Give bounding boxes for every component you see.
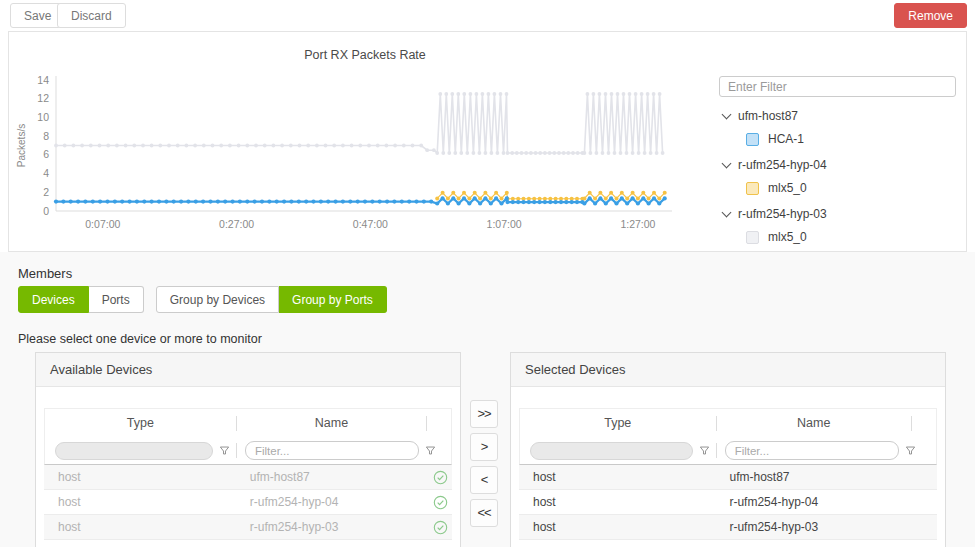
move-left-button[interactable]: < — [470, 466, 498, 494]
device-type-cell: host — [44, 520, 236, 534]
device-name-cell: r-ufm254-hyp-04 — [236, 495, 428, 509]
series-color-swatch[interactable] — [746, 231, 759, 244]
move-all-right-button[interactable]: >> — [470, 400, 498, 428]
filter-funnel-icon[interactable] — [905, 445, 916, 456]
transfer-buttons: >> > < << — [470, 400, 498, 532]
name-filter-input[interactable] — [725, 441, 899, 460]
svg-text:Packets/s: Packets/s — [16, 124, 27, 167]
selected-check-icon — [428, 520, 452, 535]
tree-group-host-1[interactable]: r-ufm254-hyp-04 — [719, 158, 956, 172]
table-row[interactable]: switchsw-hpc62 — [44, 540, 452, 547]
move-right-button[interactable]: > — [470, 433, 498, 461]
tree-leaf-port-0[interactable]: HCA-1 — [746, 132, 956, 146]
remove-button[interactable]: Remove — [894, 3, 967, 28]
svg-text:0:47:00: 0:47:00 — [353, 218, 388, 230]
selected-check-icon — [428, 470, 452, 485]
selected-table-header: Type Name — [519, 408, 937, 437]
svg-text:0:27:00: 0:27:00 — [219, 218, 254, 230]
svg-text:12: 12 — [37, 92, 49, 104]
port-rx-packets-rate-chart: 024681012140:07:000:27:000:47:001:07:001… — [15, 66, 717, 246]
device-name-cell: r-ufm254-hyp-03 — [236, 520, 428, 534]
device-type-cell: host — [519, 520, 715, 534]
svg-text:1:07:00: 1:07:00 — [487, 218, 522, 230]
tree-port-label: HCA-1 — [768, 132, 804, 146]
tree-filter-input[interactable] — [719, 76, 956, 97]
series-color-swatch[interactable] — [746, 182, 759, 195]
device-name-cell: r-ufm254-hyp-04 — [715, 495, 913, 509]
chevron-down-icon[interactable] — [722, 208, 732, 218]
table-row[interactable]: hostr-ufm254-hyp-03 — [519, 515, 937, 540]
svg-text:10: 10 — [37, 111, 49, 123]
tree-group-host-2[interactable]: r-ufm254-hyp-03 — [719, 207, 956, 221]
svg-text:8: 8 — [43, 130, 49, 142]
tree-host-label: r-ufm254-hyp-04 — [738, 158, 827, 172]
chevron-down-icon[interactable] — [722, 110, 732, 120]
available-table-header: Type Name — [44, 408, 452, 437]
series-tree-panel: ufm-host87 HCA-1 r-ufm254-hyp-04 mlx5_0 … — [719, 76, 956, 244]
chart-title: Port RX Packets Rate — [9, 48, 721, 62]
discard-button[interactable]: Discard — [57, 3, 126, 28]
svg-text:14: 14 — [37, 74, 49, 86]
device-type-cell: host — [44, 495, 236, 509]
move-all-left-button[interactable]: << — [470, 499, 498, 527]
selected-devices-panel: Selected Devices Type Name — [510, 352, 946, 547]
svg-text:0:07:00: 0:07:00 — [85, 218, 120, 230]
name-column-header[interactable]: Name — [237, 416, 426, 430]
selected-devices-title: Selected Devices — [511, 353, 945, 387]
table-row[interactable]: hostr-ufm254-hyp-03 — [44, 515, 452, 540]
tree-host-label: ufm-host87 — [738, 109, 798, 123]
tab-devices[interactable]: Devices — [18, 286, 89, 313]
tree-group-host-0[interactable]: ufm-host87 — [719, 109, 956, 123]
svg-text:6: 6 — [43, 148, 49, 160]
tree-host-label: r-ufm254-hyp-03 — [738, 207, 827, 221]
device-name-cell: ufm-host87 — [715, 470, 913, 484]
filter-funnel-icon[interactable] — [425, 445, 436, 456]
available-filter-row — [44, 437, 452, 465]
tab-ports[interactable]: Ports — [89, 286, 144, 313]
type-column-header[interactable]: Type — [45, 416, 236, 430]
svg-text:0: 0 — [43, 205, 49, 217]
selected-check-icon — [428, 495, 452, 510]
monitor-chart-panel: Port RX Packets Rate 024681012140:07:000… — [8, 31, 967, 252]
tree-leaf-port-1[interactable]: mlx5_0 — [746, 181, 956, 195]
table-row[interactable]: hostr-ufm254-hyp-04 — [44, 490, 452, 515]
tree-port-label: mlx5_0 — [768, 230, 807, 244]
table-row[interactable]: hostr-ufm254-hyp-04 — [519, 490, 937, 515]
tab-group-by-ports[interactable]: Group by Ports — [279, 286, 387, 313]
device-name-cell: ufm-host87 — [236, 470, 428, 484]
series-color-swatch[interactable] — [746, 133, 759, 146]
name-filter-input[interactable] — [245, 441, 419, 460]
tree-port-label: mlx5_0 — [768, 181, 807, 195]
table-row[interactable]: hostufm-host87 — [519, 465, 937, 490]
tab-group-by-devices[interactable]: Group by Devices — [156, 286, 279, 313]
available-devices-panel: Available Devices Type Name — [35, 352, 461, 547]
tree-leaf-port-2[interactable]: mlx5_0 — [746, 230, 956, 244]
filter-funnel-icon[interactable] — [219, 445, 230, 456]
table-row[interactable]: hostufm-host87 — [44, 465, 452, 490]
members-section: Members Devices Ports Group by Devices G… — [0, 252, 975, 547]
selected-filter-row — [519, 437, 937, 465]
svg-text:1:27:00: 1:27:00 — [620, 218, 655, 230]
device-name-cell: r-ufm254-hyp-03 — [715, 520, 913, 534]
members-label: Members — [18, 266, 72, 281]
type-filter-input[interactable] — [530, 442, 693, 460]
svg-text:2: 2 — [43, 186, 49, 198]
member-mode-buttons: Devices Ports Group by Devices Group by … — [18, 286, 387, 313]
chevron-down-icon[interactable] — [722, 159, 732, 169]
device-type-cell: host — [519, 495, 715, 509]
select-device-hint: Please select one device or more to moni… — [18, 332, 262, 346]
svg-text:4: 4 — [43, 167, 49, 179]
type-filter-input[interactable] — [55, 442, 213, 460]
filter-funnel-icon[interactable] — [699, 445, 710, 456]
type-column-header[interactable]: Type — [520, 416, 716, 430]
available-devices-title: Available Devices — [36, 353, 460, 387]
available-devices-table: hostufm-host87hostr-ufm254-hyp-04hostr-u… — [44, 465, 452, 547]
selected-devices-table: hostufm-host87hostr-ufm254-hyp-04hostr-u… — [519, 465, 937, 540]
device-type-cell: host — [44, 470, 236, 484]
name-column-header[interactable]: Name — [717, 416, 911, 430]
device-type-cell: host — [519, 470, 715, 484]
